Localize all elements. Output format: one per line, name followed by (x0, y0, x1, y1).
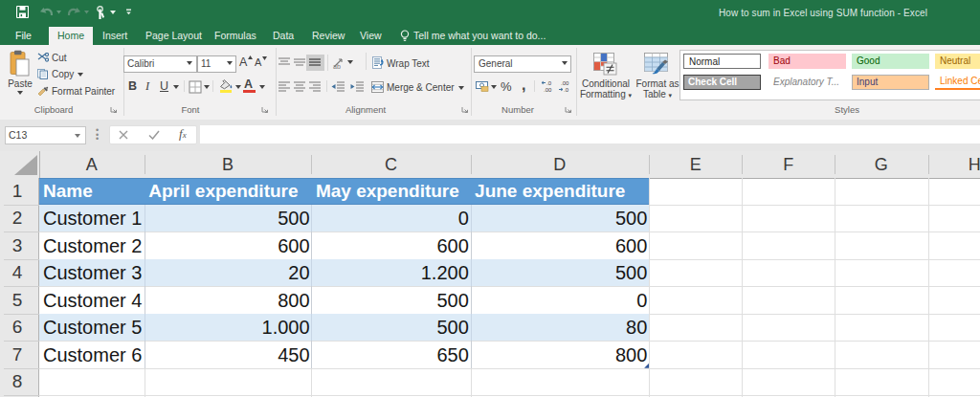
svg-text:ab: ab (333, 63, 341, 70)
svg-text:.0: .0 (546, 80, 552, 86)
svg-text:.00: .00 (544, 87, 552, 93)
svg-text:.0: .0 (564, 87, 569, 93)
svg-text:.00: .00 (561, 80, 569, 86)
